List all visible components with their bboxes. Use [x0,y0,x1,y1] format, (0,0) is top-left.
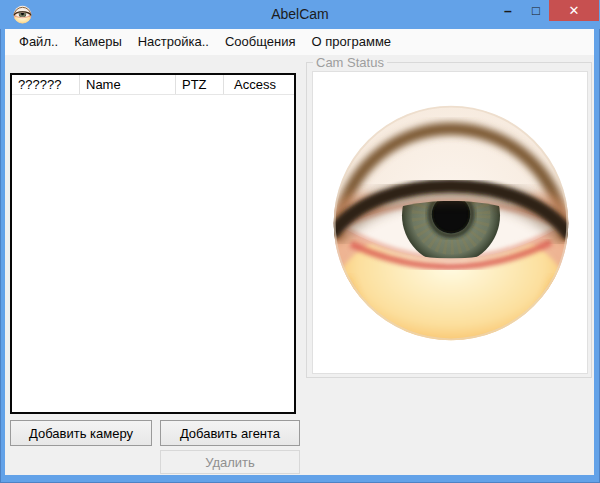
close-icon: ✕ [569,3,580,18]
camera-list-header: ?????? Name PTZ Access [12,75,294,95]
menu-item-cameras[interactable]: Камеры [66,29,130,55]
titlebar[interactable]: AbelCam – □ ✕ [0,0,600,29]
menu-item-file[interactable]: Файл.. [11,29,66,55]
menubar: Файл.. Камеры Настройка.. Сообщения О пр… [5,29,594,55]
minimize-icon: – [504,6,512,16]
eye-logo-image [326,98,576,348]
cam-status-panel [312,71,588,374]
menu-item-messages[interactable]: Сообщения [217,29,304,55]
add-camera-button[interactable]: Добавить камеру [10,420,152,446]
close-button[interactable]: ✕ [549,0,599,21]
menu-item-settings[interactable]: Настройка.. [130,29,217,55]
minimize-button[interactable]: – [493,0,523,21]
menu-item-about[interactable]: О программе [304,29,400,55]
column-header-questions[interactable]: ?????? [12,75,80,94]
camera-list: ?????? Name PTZ Access [10,73,296,414]
column-header-access[interactable]: Access [224,75,294,94]
column-header-ptz[interactable]: PTZ [176,75,224,94]
add-agent-button[interactable]: Добавить агента [160,420,300,446]
delete-button[interactable]: Удалить [160,450,300,474]
cam-status-label: Cam Status [313,55,387,70]
window-controls: – □ ✕ [493,0,599,21]
abelcam-window: AbelCam – □ ✕ Файл.. Камеры Настройка.. … [0,0,600,483]
camera-list-body[interactable] [12,96,294,412]
column-header-name[interactable]: Name [80,75,176,94]
maximize-icon: □ [532,3,540,18]
maximize-button[interactable]: □ [523,0,549,21]
